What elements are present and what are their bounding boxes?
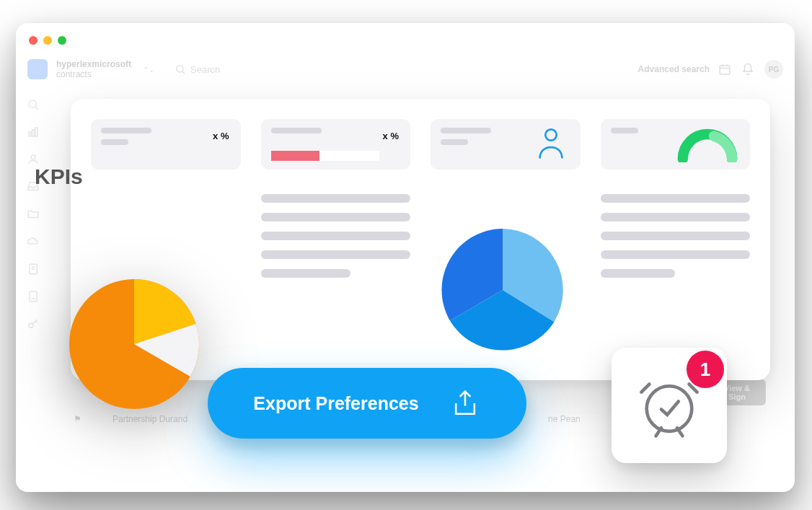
kpi-card-1[interactable]: x % [91,119,241,170]
key-nav-icon[interactable] [27,317,40,330]
skeleton-line [601,194,751,203]
workspace-logo-icon[interactable] [27,59,48,79]
content-col-4 [601,194,751,278]
skeleton-line [601,213,751,221]
dashboard-title: KPIs [35,164,83,189]
skeleton-line [101,128,151,133]
advanced-search-link[interactable]: Advanced search [638,64,710,74]
content-col-1 [91,194,241,278]
svg-line-7 [35,107,37,109]
export-preferences-button[interactable]: Export Preferences [208,368,526,439]
skeleton-line [611,128,638,133]
svg-rect-8 [29,132,31,136]
svg-point-11 [31,155,35,159]
svg-rect-10 [35,128,37,136]
skeleton-line [261,250,411,259]
svg-point-0 [177,66,183,72]
window-minimize-icon[interactable] [43,36,52,45]
kpi-card-2[interactable]: x % [261,119,411,170]
skeleton-line [441,128,491,133]
svg-rect-15 [30,291,37,302]
notification-badge: 1 [687,351,724,388]
upload-icon [449,387,481,419]
skeleton-line [441,139,468,145]
row-person: ne Pean [548,414,581,424]
svg-rect-9 [32,130,35,136]
skeleton-line [601,232,751,240]
svg-line-1 [182,71,185,74]
bell-icon[interactable] [741,63,754,76]
content-row [91,194,750,278]
document-nav-icon[interactable] [27,263,40,276]
kpi1-percent: x % [213,131,229,141]
workspace-sub: contracts [56,69,131,79]
topbar: hyperlexmicrosoft contracts ⌃⌄ Search Ad… [16,52,795,87]
svg-point-18 [545,129,556,140]
search-icon [175,63,186,75]
content-col-2 [261,194,411,278]
skeleton-line [261,194,411,203]
blue-pie-chart [441,229,564,354]
skeleton-line [601,250,751,259]
kpi2-percent: x % [383,131,399,141]
kpi-row: x % x % [91,119,750,170]
svg-point-17 [29,323,33,327]
row-partnership: Partnership Durand [112,414,187,424]
workspace-name: hyperlexmicrosoft [56,59,131,69]
skeleton-line [271,128,322,133]
kpi-card-4[interactable] [601,119,751,170]
folder-nav-icon[interactable] [27,208,40,221]
workspace-switcher[interactable]: hyperlexmicrosoft contracts [56,59,131,80]
cloud-nav-icon[interactable] [27,235,40,248]
svg-point-6 [29,100,37,108]
template-nav-icon[interactable] [27,290,40,303]
skeleton-line [101,139,128,145]
window-zoom-icon[interactable] [58,36,66,45]
orange-pie-chart [69,279,199,412]
svg-point-20 [647,386,692,431]
svg-rect-2 [720,66,730,74]
browser-window: hyperlexmicrosoft contracts ⌃⌄ Search Ad… [16,23,795,492]
search-nav-icon[interactable] [27,98,40,111]
kpi-card-3[interactable] [431,119,581,170]
skeleton-line [261,213,411,221]
gauge-icon [675,126,740,162]
calendar-icon[interactable] [718,63,731,76]
traffic-lights [29,36,66,45]
avatar[interactable]: PG [764,60,783,79]
left-nav-rail [16,87,50,492]
skeleton-line [601,269,676,278]
skeleton-line [261,269,351,278]
search-placeholder: Search [190,64,220,75]
search-input[interactable]: Search [175,63,220,75]
chevron-updown-icon[interactable]: ⌃⌄ [143,66,154,74]
alarm-card[interactable]: 1 [612,348,727,463]
person-icon [536,126,566,161]
export-button-label: Export Preferences [253,393,418,414]
kpi2-progress-fill [271,151,320,161]
skeleton-line [261,232,411,240]
stats-nav-icon[interactable] [27,126,40,139]
kpi2-progress-track [271,151,379,161]
window-close-icon[interactable] [29,36,37,45]
